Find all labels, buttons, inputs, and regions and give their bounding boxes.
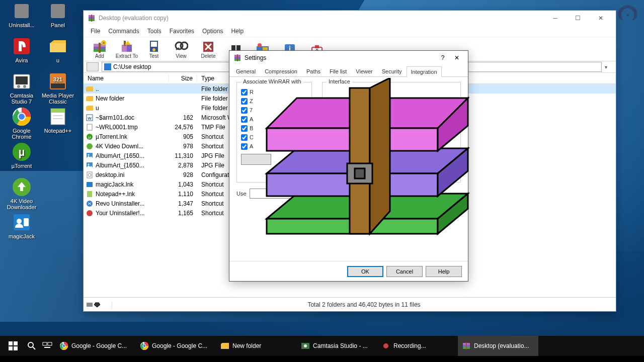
tab-paths[interactable]: Paths (302, 66, 325, 76)
desktop-icon[interactable]: magicJack (4, 211, 39, 246)
assoc-checkbox[interactable]: Z (241, 97, 307, 106)
taskbar-item[interactable]: Google - Google C... (55, 336, 136, 356)
close-button[interactable]: ✕ (589, 11, 612, 25)
tab-security[interactable]: Security (377, 66, 407, 76)
file-icon (86, 171, 94, 178)
settings-titlebar[interactable]: Settings ? ✕ (229, 51, 468, 65)
menu-commands[interactable]: Commands (104, 27, 143, 36)
svg-point-69 (87, 210, 93, 216)
menubar: FileCommandsToolsFavoritesOptionsHelp (84, 26, 616, 37)
file-icon (86, 152, 94, 159)
cancel-button[interactable]: Cancel (386, 266, 423, 277)
svg-point-39 (152, 48, 155, 51)
tab-general[interactable]: General (231, 66, 260, 76)
desktop-icon[interactable]: u (40, 35, 75, 70)
taskbar-item[interactable]: Recording... (377, 336, 458, 356)
svg-rect-14 (24, 218, 29, 226)
file-icon (86, 181, 94, 188)
titlebar[interactable]: Desktop (evaluation copy) ─ ☐ ✕ (84, 11, 616, 26)
desktop-icon[interactable]: Camtasia Studio 7 (4, 70, 39, 106)
desktop-icon[interactable]: 4K Video Downloader (4, 176, 39, 211)
desktop-icon[interactable]: Notepad++ (40, 106, 75, 141)
user-input[interactable] (250, 189, 310, 199)
toolbar-delete[interactable]: Delete (195, 38, 221, 61)
desktop-icon[interactable]: 321Media Player Classic (40, 70, 75, 106)
settings-tabs: GeneralCompressionPathsFile listViewerSe… (229, 65, 468, 77)
toolbar-extract-to[interactable]: Extract To (114, 38, 140, 61)
svg-text:µ: µ (19, 146, 25, 158)
interface-group: Interface (322, 82, 461, 183)
menu-favorites[interactable]: Favorites (166, 27, 198, 36)
ok-button[interactable]: OK (347, 266, 383, 277)
tab-integration[interactable]: Integration (407, 66, 442, 77)
svg-point-63 (88, 163, 90, 165)
task-view-icon[interactable] (39, 342, 55, 350)
path-dropdown[interactable]: ▾ (605, 64, 613, 70)
toolbar-test[interactable]: Test (141, 38, 167, 61)
up-button[interactable] (87, 62, 99, 71)
svg-rect-78 (14, 341, 18, 345)
svg-point-5 (23, 85, 26, 88)
svg-rect-16 (50, 43, 66, 52)
menu-file[interactable]: File (87, 27, 104, 36)
winrar-icon (233, 54, 242, 62)
minimize-button[interactable]: ─ (544, 11, 567, 25)
desktop-icon[interactable]: Panel (40, 0, 75, 35)
file-icon (86, 200, 94, 207)
svg-rect-36 (124, 41, 126, 46)
svg-rect-56 (87, 124, 92, 130)
toolbar-add[interactable]: +Add (87, 38, 113, 61)
settings-buttons: OK Cancel Help (229, 261, 468, 281)
toolbar-view[interactable]: View (168, 38, 194, 61)
taskbar-item[interactable]: Camtasia Studio - ... (297, 336, 377, 356)
search-icon[interactable] (24, 341, 39, 350)
svg-rect-67 (87, 191, 92, 197)
settings-close-button[interactable]: ✕ (450, 54, 464, 61)
file-icon (86, 85, 94, 93)
assoc-checkbox[interactable]: C (241, 133, 307, 142)
path-text: C:\Use esktop (113, 63, 151, 70)
desktop-icon[interactable]: Google Chrome (4, 106, 39, 141)
assoc-checkbox[interactable]: B (241, 124, 307, 133)
taskbar-item[interactable]: New folder (216, 336, 297, 356)
tab-compression[interactable]: Compression (260, 66, 302, 76)
menu-help[interactable]: Help (227, 27, 248, 36)
assoc-checkbox[interactable]: A (241, 115, 307, 124)
start-button[interactable] (2, 336, 24, 356)
svg-text:321: 321 (53, 76, 62, 82)
assoc-checkbox[interactable]: A (241, 142, 307, 151)
file-icon: µ (86, 133, 94, 140)
desktop-icon[interactable]: Uninstall... (4, 0, 39, 35)
svg-text:W: W (88, 116, 92, 121)
file-icon (86, 105, 94, 112)
assoc-checkbox[interactable]: 7 (241, 106, 307, 115)
tab-file-list[interactable]: File list (325, 66, 351, 76)
menu-tools[interactable]: Tools (143, 27, 166, 36)
maximize-button[interactable]: ☐ (567, 11, 589, 25)
svg-rect-34 (122, 45, 127, 52)
winrar-icon (88, 14, 96, 22)
winrar-icon (462, 341, 471, 350)
settings-help-button[interactable]: ? (436, 54, 450, 61)
tab-viewer[interactable]: Viewer (351, 66, 377, 76)
file-icon (86, 191, 94, 198)
svg-rect-84 (48, 342, 52, 345)
svg-rect-0 (15, 4, 29, 18)
desktop-icon[interactable]: µµTorrent (4, 141, 39, 176)
desktop-icons-col1: Uninstall...AviraCamtasia Studio 7Google… (4, 0, 39, 246)
taskbar-item[interactable]: Google - Google C... (136, 336, 216, 356)
desktop-icon[interactable]: Avira (4, 35, 39, 70)
svg-point-88 (62, 344, 65, 347)
menu-options[interactable]: Options (198, 27, 227, 36)
svg-rect-15 (51, 4, 65, 18)
toggle-all-button[interactable] (241, 154, 271, 165)
status-text: Total 2 folders and 46,402 bytes in 11 f… (112, 301, 616, 308)
status-bar: Total 2 folders and 46,402 bytes in 11 f… (84, 297, 616, 311)
col-size[interactable]: Size (169, 75, 197, 82)
assoc-checkbox[interactable]: R (241, 87, 307, 97)
taskbar-item[interactable]: Desktop (evaluatio... (458, 336, 538, 356)
svg-point-91 (143, 344, 146, 347)
window-title: Desktop (evaluation copy) (99, 15, 169, 22)
help-button[interactable]: Help (426, 266, 462, 277)
col-name[interactable]: Name (84, 75, 169, 82)
